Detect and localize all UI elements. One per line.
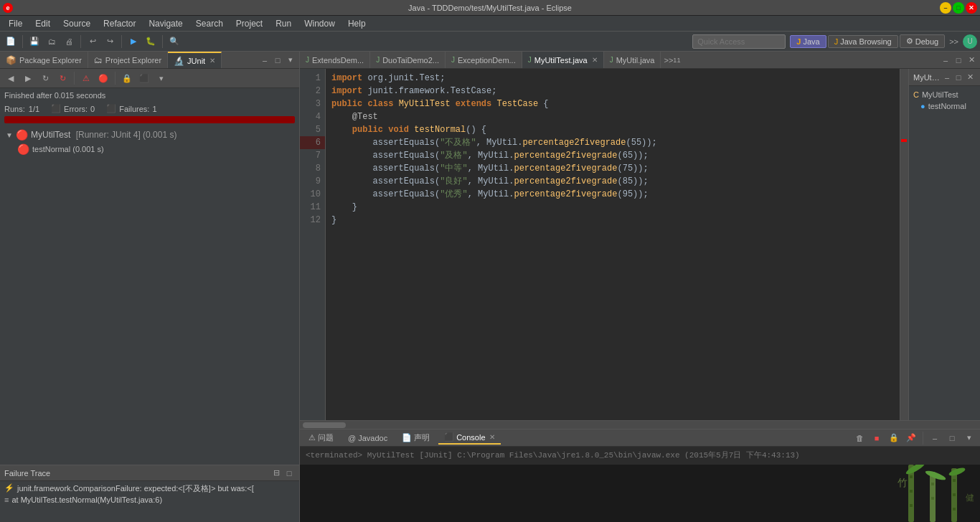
console-settings[interactable]: ▾: [961, 430, 977, 446]
console-tab-declaration[interactable]: 📄 声明: [396, 431, 435, 445]
editor-tab-4[interactable]: J MyUtil.java: [604, 52, 661, 68]
expand-icon[interactable]: ▼: [6, 131, 13, 139]
svg-text:健: 健: [966, 493, 974, 503]
outline-method[interactable]: ● testNormal: [912, 100, 977, 112]
new-button[interactable]: 📄: [3, 34, 19, 49]
outline-minimize[interactable]: –: [941, 72, 953, 83]
editor-tab-3[interactable]: J MyUtilTest.java ✕: [522, 52, 604, 68]
file-icon-3: J: [528, 56, 532, 64]
menu-window[interactable]: Window: [298, 17, 341, 30]
editor-maximize[interactable]: □: [953, 54, 964, 66]
error-marker: [901, 139, 907, 142]
junit-root-item[interactable]: ▼ 🔴 MyUtilTest [Runner: JUnit 4] (0.001 …: [3, 128, 296, 142]
junit-scroll-lock[interactable]: 🔒: [119, 70, 135, 86]
redo-button[interactable]: ↪: [102, 34, 118, 49]
editor-tab-2[interactable]: J ExceptionDem...: [446, 52, 522, 68]
view-menu[interactable]: ▾: [285, 54, 296, 66]
tab-junit[interactable]: 🔬 JUnit ✕: [168, 52, 222, 68]
junit-rerun[interactable]: ↻: [37, 70, 53, 86]
menu-project[interactable]: Project: [230, 17, 268, 30]
junit-tab-close[interactable]: ✕: [209, 57, 215, 65]
trace-line-1: ⚡ junit.framework.ComparisonFailure: exp…: [4, 483, 295, 494]
menu-edit[interactable]: Edit: [29, 17, 56, 30]
menu-search[interactable]: Search: [190, 17, 229, 30]
console-tab-console[interactable]: ⬛ Console ✕: [438, 431, 500, 445]
perspective-java[interactable]: J Java: [790, 35, 826, 48]
junit-history-back[interactable]: ◀: [3, 70, 19, 86]
angle-bracket: >>: [949, 37, 958, 46]
quick-access-input[interactable]: [692, 34, 786, 49]
outline-close[interactable]: ✕: [964, 72, 976, 83]
menu-refactor[interactable]: Refactor: [98, 17, 141, 30]
tab-package-explorer[interactable]: 📦 Package Explorer: [0, 52, 88, 68]
console-pin[interactable]: 📌: [903, 430, 919, 446]
junit-tree: ▼ 🔴 MyUtilTest [Runner: JUnit 4] (0.001 …: [0, 125, 299, 465]
outline-class[interactable]: C MyUtilTest: [912, 89, 977, 100]
junit-child-item[interactable]: 🔴 testNormal (0.001 s): [3, 142, 296, 156]
junit-rerun-failed[interactable]: ↻: [55, 70, 70, 86]
console-stop[interactable]: ■: [869, 430, 885, 446]
console-maximize[interactable]: □: [944, 430, 960, 446]
perspective-java-browsing[interactable]: J Java Browsing: [828, 35, 898, 48]
close-button[interactable]: ✕: [966, 2, 977, 14]
svg-rect-5: [931, 483, 934, 485]
junit-history-forward[interactable]: ▶: [20, 70, 36, 86]
editor-tab-3-close[interactable]: ✕: [592, 56, 598, 64]
svg-rect-6: [931, 497, 934, 500]
console-scroll-lock[interactable]: 🔒: [886, 430, 902, 446]
editor-minimize[interactable]: –: [940, 54, 951, 66]
line-10: 10: [300, 188, 325, 201]
failure-copy[interactable]: □: [283, 468, 295, 479]
console-close[interactable]: ✕: [489, 433, 495, 441]
minimize-view[interactable]: –: [259, 54, 270, 66]
console-tab-issues[interactable]: ⚠ 问题: [303, 431, 339, 445]
maximize-button[interactable]: □: [953, 2, 964, 14]
package-explorer-icon: 📦: [6, 55, 17, 65]
debug-button[interactable]: 🐛: [143, 34, 159, 49]
outline-maximize[interactable]: □: [953, 72, 964, 83]
error-stripe: [900, 69, 908, 420]
console-tab-javadoc[interactable]: @ Javadoc: [342, 432, 393, 444]
junit-show-only-failures[interactable]: 🔴: [95, 70, 111, 86]
junit-layout[interactable]: ⬛: [136, 70, 152, 86]
tab-project-explorer[interactable]: 🗂 Project Explorer: [88, 52, 168, 68]
junit-status: Finished after 0.015 seconds: [0, 88, 299, 103]
editor-h-scrollbar[interactable]: [300, 420, 980, 429]
editor-outline: J ExtendsDem... J DuoTaiDemo2... J Excep…: [300, 52, 980, 429]
console-minimize[interactable]: –: [927, 430, 943, 446]
more-tabs[interactable]: >>11: [664, 52, 680, 68]
editor-tab-1[interactable]: J DuoTaiDemo2...: [370, 52, 446, 68]
svg-text:竹: 竹: [897, 478, 908, 488]
menu-source[interactable]: Source: [57, 17, 96, 30]
console-image-area: 竹 健: [300, 465, 980, 522]
user-avatar[interactable]: U: [963, 34, 977, 49]
minimize-button[interactable]: –: [940, 2, 951, 14]
line-numbers: 1 2 3 4 5 6 7 8 9 10 11 12: [300, 69, 326, 420]
title-bar-left: e: [3, 3, 13, 13]
menu-file[interactable]: File: [3, 17, 28, 30]
print-button[interactable]: 🖨: [61, 34, 77, 49]
maximize-view[interactable]: □: [272, 54, 283, 66]
run-button[interactable]: ▶: [126, 34, 141, 49]
line-12: 12: [300, 214, 325, 227]
search-button[interactable]: 🔍: [166, 34, 182, 49]
svg-rect-2: [910, 490, 913, 493]
editor-tab-0[interactable]: J ExtendsDem...: [300, 52, 370, 68]
menu-help[interactable]: Help: [342, 17, 372, 30]
perspective-debug[interactable]: ⚙ Debug: [900, 34, 945, 48]
menu-navigate[interactable]: Navigate: [143, 17, 188, 30]
title-bar: e Java - TDDDemo/test/MyUtilTest.java - …: [0, 0, 980, 16]
junit-filter-errors[interactable]: ⚠: [78, 70, 94, 86]
junit-view-menu[interactable]: ▾: [154, 70, 169, 86]
code-content[interactable]: import org.junit.Test; import junit.fram…: [326, 69, 900, 420]
save-button[interactable]: 💾: [27, 34, 42, 49]
file-icon-1: J: [376, 56, 380, 64]
menu-run[interactable]: Run: [270, 17, 297, 30]
console-clear[interactable]: 🗑: [852, 430, 867, 446]
junit-stats: Runs: 1/1 ⬛ Errors: 0 ⬛ Failures: 1: [0, 103, 299, 115]
failure-filter[interactable]: ⊟: [270, 468, 282, 479]
undo-button[interactable]: ↩: [85, 34, 100, 49]
editor-close-all[interactable]: ✕: [966, 54, 977, 66]
save-all-button[interactable]: 🗂: [44, 34, 60, 49]
console-icon: ⬛: [444, 432, 454, 442]
